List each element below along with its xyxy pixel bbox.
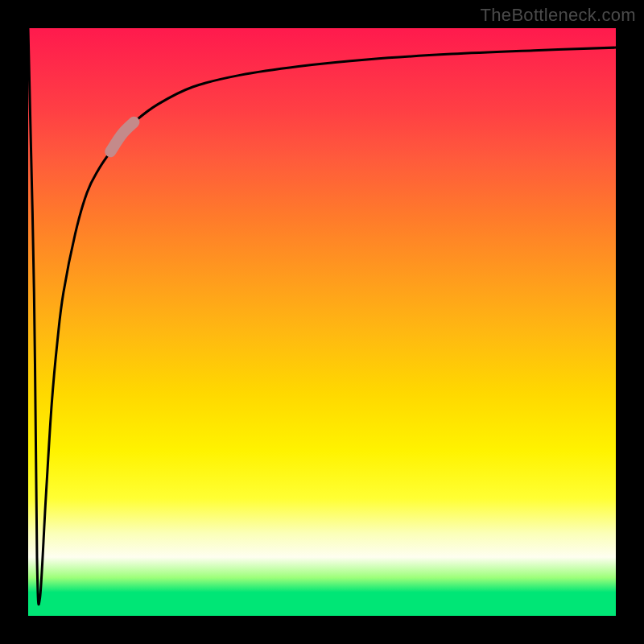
watermark-label: TheBottleneck.com (481, 5, 636, 26)
curve-layer (28, 28, 616, 616)
bottleneck-curve (28, 28, 616, 605)
plot-area (28, 28, 616, 616)
chart-frame: TheBottleneck.com (0, 0, 644, 644)
highlight-segment (110, 122, 134, 152)
